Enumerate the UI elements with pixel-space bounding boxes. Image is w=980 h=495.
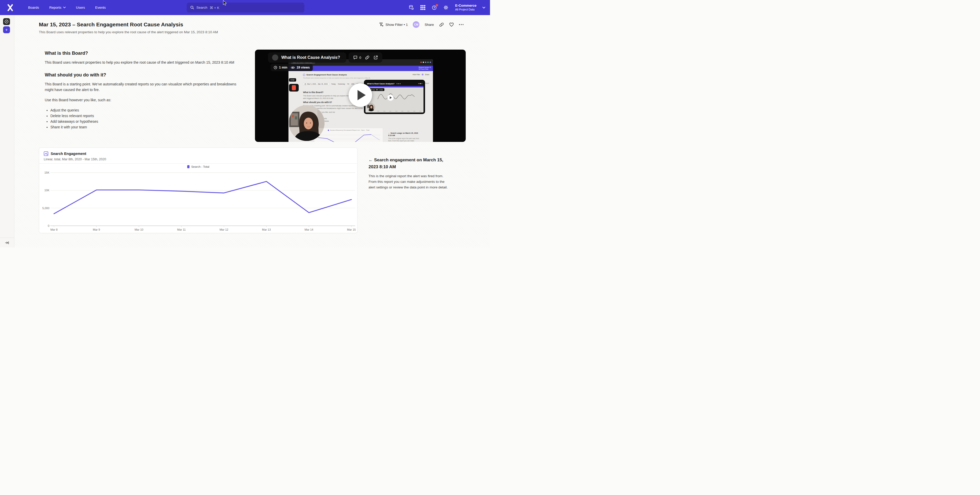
nav-item-users[interactable]: Users bbox=[76, 6, 85, 10]
recording-stop-button bbox=[289, 84, 299, 92]
nested-video-header: What is Root Cause Analysis? bbox=[366, 81, 423, 86]
comments-icon[interactable] bbox=[353, 55, 358, 60]
project-name: E-Commerce bbox=[455, 3, 476, 8]
play-icon bbox=[358, 90, 366, 100]
mouse-cursor bbox=[223, 0, 227, 6]
video-views: 19 views bbox=[297, 66, 310, 69]
recording-page-actions: Hide Filter Share bbox=[412, 74, 430, 75]
record-icon bbox=[292, 85, 296, 90]
expand-sidebar-icon bbox=[5, 241, 9, 244]
expand-sidebar-button[interactable] bbox=[0, 237, 14, 247]
filter-plus-icon bbox=[379, 22, 383, 27]
aside-annotation: ← Search engagement on March 15, 2023 8:… bbox=[369, 156, 450, 190]
svg-text:10K: 10K bbox=[44, 189, 49, 192]
nested-device-frame: What is Root Cause Analysis? 18 sec 1 vi… bbox=[364, 80, 425, 114]
intro-bullet-list: Adjust the queries Delete less relevant … bbox=[50, 107, 240, 130]
settings-gear-icon[interactable] bbox=[443, 5, 449, 11]
nested-extension-dots bbox=[418, 83, 423, 84]
project-switcher[interactable]: E-Commerce All Project Data bbox=[455, 3, 476, 11]
notification-dot bbox=[436, 4, 438, 6]
left-rail: + bbox=[0, 15, 14, 247]
copy-video-link-icon[interactable] bbox=[365, 55, 369, 60]
search-icon bbox=[190, 6, 194, 10]
nested-webcam-bubble bbox=[367, 103, 375, 111]
list-item: Delete less relevant reports bbox=[50, 113, 240, 119]
copy-link-icon[interactable] bbox=[439, 22, 444, 27]
video-action-pill: 0 bbox=[348, 53, 382, 63]
video-meta-pill: 1 min 19 views bbox=[270, 64, 313, 71]
video-avatar bbox=[272, 54, 278, 60]
nav-item-boards[interactable]: Boards bbox=[28, 6, 39, 10]
svg-text:5,000: 5,000 bbox=[42, 207, 49, 210]
intro-section: What is this Board? This Board uses rele… bbox=[45, 51, 240, 130]
nested-nav-bar bbox=[366, 86, 423, 88]
legend-label: Search - Total bbox=[191, 165, 210, 168]
report-card[interactable]: Search Engagement Linear, total, Mar 8th… bbox=[39, 148, 358, 233]
favorite-heart-icon[interactable] bbox=[449, 22, 454, 27]
search-shortcut: ⌘ + K bbox=[210, 6, 220, 10]
app-root: Boards Reports Users Events Search ⌘ + K bbox=[0, 0, 490, 247]
svg-text:Mar 10: Mar 10 bbox=[135, 228, 143, 231]
video-player-card[interactable]: Mar 15, 2023 - Root Ca… Mixpanel (projec… bbox=[255, 49, 466, 142]
help-icon[interactable]: ? bbox=[432, 5, 438, 11]
share-button[interactable]: Share bbox=[425, 23, 434, 27]
nested-header-icons bbox=[397, 83, 401, 84]
recording-mini-chart: [Content Discovery] Omnisearch Report Li… bbox=[314, 128, 383, 142]
eye-icon bbox=[291, 66, 295, 69]
search-engagement-line-chart[interactable]: 05,00010K15KMar 8Mar 9Mar 10Mar 11Mar 12… bbox=[39, 169, 358, 233]
video-duration: 1 min bbox=[279, 66, 288, 69]
board-nav-compass-button[interactable] bbox=[3, 18, 10, 25]
open-external-icon[interactable] bbox=[373, 55, 378, 60]
nav-item-events[interactable]: Events bbox=[95, 6, 106, 10]
report-subtitle: Linear, total, Mar 8th, 2020 - Mar 15th,… bbox=[44, 158, 106, 161]
video-title-pill: What is Root Cause Analysis? bbox=[268, 53, 346, 63]
page-subtitle: This Board uses relevant properties to h… bbox=[39, 30, 218, 34]
play-button[interactable] bbox=[348, 83, 372, 107]
compass-icon bbox=[4, 19, 9, 24]
aside-heading: ← Search engagement on March 15, 2023 8:… bbox=[369, 156, 450, 170]
line-chart-icon bbox=[44, 151, 48, 156]
intro-para-3: Use this Board however you like, such as… bbox=[45, 97, 240, 103]
play-icon bbox=[390, 96, 392, 99]
project-chevron-down-icon[interactable] bbox=[482, 6, 485, 9]
search-input[interactable]: Search ⌘ + K bbox=[187, 3, 304, 13]
svg-text:0: 0 bbox=[48, 224, 49, 227]
svg-text:Mar 8: Mar 8 bbox=[50, 228, 57, 231]
show-filter-button[interactable]: Show Filter • 1 bbox=[379, 22, 408, 27]
more-options-button[interactable] bbox=[459, 24, 464, 25]
recording-timestamp: 0:02 bbox=[289, 78, 296, 81]
recording-page-title: Search Engagement Root Cause Analysis bbox=[306, 74, 347, 76]
mixpanel-logo-icon[interactable] bbox=[6, 4, 14, 11]
intro-heading-2: What should you do with it? bbox=[45, 72, 240, 78]
project-scope: All Project Data bbox=[455, 8, 476, 11]
report-title: Search Engagement bbox=[51, 151, 86, 156]
svg-text:Mar 14: Mar 14 bbox=[305, 228, 313, 231]
data-management-icon[interactable] bbox=[409, 5, 414, 11]
list-item: Adjust the queries bbox=[50, 107, 240, 113]
apps-grid-icon[interactable] bbox=[420, 5, 426, 11]
intro-heading-1: What is this Board? bbox=[45, 51, 240, 56]
intro-para-2: This Board is a starting point. We’ve au… bbox=[45, 81, 240, 92]
nav-links: Boards Reports Users Events bbox=[28, 6, 106, 10]
presenter-webcam-bubble bbox=[289, 105, 325, 141]
list-item: Add takeaways or hypotheses bbox=[50, 119, 240, 124]
user-avatar[interactable]: CM bbox=[413, 21, 419, 28]
add-board-button[interactable]: + bbox=[3, 26, 10, 33]
top-nav: Boards Reports Users Events Search ⌘ + K bbox=[0, 0, 490, 15]
chart-legend[interactable]: Search - Total bbox=[39, 165, 357, 168]
browser-extension-icons bbox=[420, 62, 431, 63]
nav-item-reports[interactable]: Reports bbox=[49, 6, 66, 10]
comment-count: 0 bbox=[359, 56, 361, 60]
recording-aside-text: ← Search usage on March 15, 2023 8:10 AM… bbox=[388, 132, 421, 142]
nested-chart-line bbox=[376, 89, 422, 102]
svg-text:Mar 13: Mar 13 bbox=[262, 228, 271, 231]
divider bbox=[39, 163, 357, 164]
chevron-down-icon bbox=[63, 6, 66, 8]
list-item: Share it with your team bbox=[50, 124, 240, 130]
recording-page-subtitle: This Board uses relevant properties to h… bbox=[303, 77, 371, 79]
nested-play-button bbox=[387, 95, 394, 101]
video-title: What is Root Cause Analysis? bbox=[281, 55, 340, 60]
svg-text:Mar 9: Mar 9 bbox=[93, 228, 100, 231]
svg-text:?: ? bbox=[433, 6, 435, 9]
clock-icon bbox=[274, 66, 277, 69]
